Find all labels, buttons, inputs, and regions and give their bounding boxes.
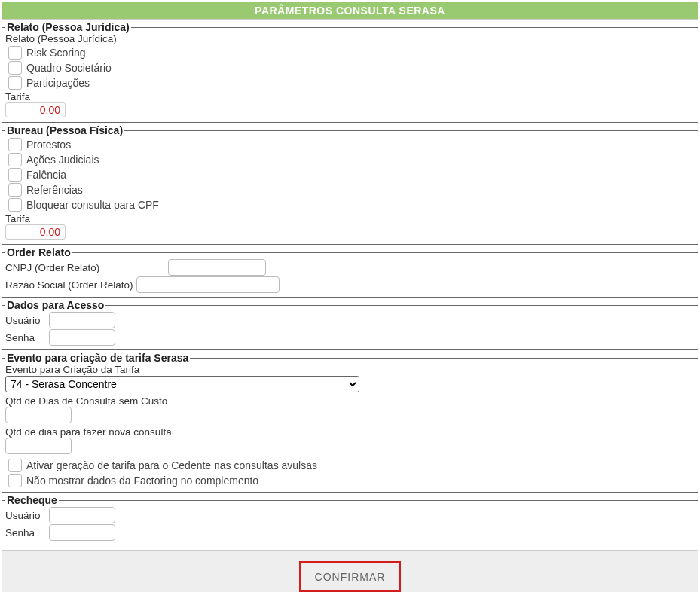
- bureau-legend: Bureau (Pessoa Física): [5, 124, 124, 136]
- evento-fieldset: Evento para criação de tarifa Serasa Eve…: [2, 352, 698, 493]
- recheque-legend: Recheque: [5, 494, 59, 506]
- participacoes-label: Participações: [26, 77, 90, 89]
- acesso-legend: Dados para Acesso: [5, 299, 105, 311]
- evento-sub: Evento para Criação da Tarifa: [5, 364, 695, 375]
- falencia-label: Falência: [26, 169, 66, 181]
- nao-mostrar-checkbox[interactable]: [8, 474, 22, 487]
- ativar-tarifa-checkbox[interactable]: [8, 459, 22, 472]
- relato-fieldset: Relato (Pessoa Jurídica) Relato (Pessoa …: [2, 21, 698, 123]
- evento-legend: Evento para criação de tarifa Serasa: [5, 352, 190, 364]
- bureau-tarifa-input[interactable]: 0,00: [5, 224, 66, 240]
- order-relato-legend: Order Relato: [5, 246, 72, 258]
- recheque-senha-label: Senha: [5, 527, 46, 539]
- acesso-usuario-input[interactable]: [49, 312, 115, 328]
- acesso-fieldset: Dados para Acesso Usuário Senha: [2, 299, 698, 350]
- acesso-senha-input[interactable]: [49, 329, 115, 346]
- acoes-label: Ações Judiciais: [26, 154, 99, 166]
- qtd-nova-label: Qtd de dias para fazer nova consulta: [5, 426, 695, 438]
- recheque-usuario-label: Usuário: [5, 510, 46, 521]
- protestos-label: Protestos: [26, 139, 71, 151]
- referencias-checkbox[interactable]: [8, 183, 22, 197]
- relato-subtitle: Relato (Pessoa Jurídica): [5, 33, 695, 44]
- acoes-checkbox[interactable]: [8, 153, 22, 166]
- order-relato-fieldset: Order Relato CNPJ (Order Relato) Razão S…: [2, 246, 698, 298]
- bureau-fieldset: Bureau (Pessoa Física) Protestos Ações J…: [2, 124, 698, 245]
- participacoes-checkbox[interactable]: [8, 76, 22, 90]
- quadro-societario-checkbox[interactable]: [8, 61, 22, 75]
- bloquear-cpf-label: Bloquear consulta para CPF: [26, 199, 159, 211]
- recheque-usuario-input[interactable]: [49, 507, 115, 523]
- nao-mostrar-label: Não mostrar dados da Factoring no comple…: [26, 475, 258, 487]
- button-area: CONFIRMAR: [2, 550, 698, 592]
- relato-tarifa-input[interactable]: 0,00: [5, 102, 66, 117]
- qtd-sem-custo-input[interactable]: [5, 407, 72, 423]
- cnpj-input[interactable]: [168, 259, 266, 276]
- quadro-societario-label: Quadro Societário: [26, 62, 112, 74]
- qtd-sem-custo-label: Qtd de Dias de Consulta sem Custo: [5, 395, 695, 407]
- ativar-tarifa-label: Ativar geração de tarifa para o Cedente …: [26, 459, 317, 471]
- confirm-button[interactable]: CONFIRMAR: [299, 561, 402, 592]
- relato-legend: Relato (Pessoa Jurídica): [5, 21, 131, 33]
- evento-select[interactable]: 74 - Serasa Concentre: [5, 376, 359, 392]
- relato-tarifa-label: Tarifa: [5, 91, 695, 102]
- razao-input[interactable]: [136, 276, 280, 293]
- page-title: PARÂMETROS CONSULTA SERASA: [2, 2, 698, 20]
- acesso-senha-label: Senha: [5, 332, 46, 343]
- risk-scoring-checkbox[interactable]: [8, 46, 22, 60]
- risk-scoring-label: Risk Scoring: [26, 47, 86, 59]
- recheque-fieldset: Recheque Usuário Senha: [2, 494, 698, 545]
- falencia-checkbox[interactable]: [8, 168, 22, 182]
- recheque-senha-input[interactable]: [49, 524, 115, 541]
- razao-label: Razão Social (Order Relato): [5, 279, 133, 291]
- cnpj-label: CNPJ (Order Relato): [5, 262, 165, 273]
- qtd-nova-input[interactable]: [5, 438, 72, 454]
- bloquear-cpf-checkbox[interactable]: [8, 198, 22, 212]
- referencias-label: Referências: [26, 184, 83, 196]
- bureau-tarifa-label: Tarifa: [5, 213, 695, 224]
- acesso-usuario-label: Usuário: [5, 315, 46, 326]
- protestos-checkbox[interactable]: [8, 138, 22, 151]
